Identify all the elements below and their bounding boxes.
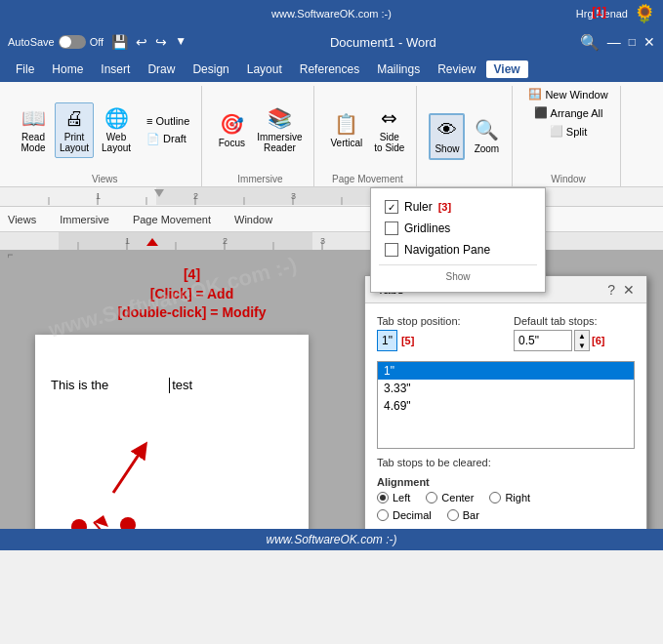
ribbon-group-page-movement: 📋 Vertical ⇔ Sideto Side Page Movement — [318, 86, 417, 186]
immersive-group-label: Immersive — [237, 174, 282, 186]
menu-home[interactable]: Home — [44, 60, 91, 78]
ribbon-group-views: 📖 ReadMode 🖨 PrintLayout 🌐 WebLayout ≡ O… — [8, 86, 202, 186]
tab-stop-input[interactable]: 1" — [377, 330, 397, 351]
side-to-side-label: Sideto Side — [374, 132, 404, 153]
nav-pane-checkbox-item[interactable]: Navigation Pane — [379, 239, 537, 261]
custom-icon[interactable]: ▼ — [175, 34, 186, 50]
new-window-icon: 🪟 — [528, 88, 542, 101]
split-btn[interactable]: ⬜ Split — [546, 123, 591, 140]
web-layout-btn[interactable]: 🌐 WebLayout — [98, 102, 135, 157]
mini-views[interactable]: Views — [8, 214, 36, 225]
arrange-all-icon: ⬛ — [534, 106, 548, 119]
list-item-1[interactable]: 1" — [378, 362, 634, 380]
print-layout-btn[interactable]: 🖨 PrintLayout — [55, 102, 94, 158]
menu-mailings[interactable]: Mailings — [369, 60, 428, 78]
nav-pane-checkbox[interactable] — [385, 243, 398, 257]
save-icon[interactable]: 💾 — [111, 34, 128, 50]
dialog-help-btn[interactable]: ? — [607, 282, 615, 298]
radio-center-circle — [426, 492, 437, 503]
close-btn[interactable]: ✕ — [643, 34, 655, 50]
mini-page-movement[interactable]: Page Movement — [133, 214, 211, 225]
draft-btn[interactable]: 📄 Draft — [143, 131, 193, 147]
menu-design[interactable]: Design — [185, 60, 236, 78]
print-layout-label: PrintLayout — [60, 132, 89, 153]
outline-btn[interactable]: ≡ Outline — [143, 113, 193, 129]
radio-right-label: Right — [505, 492, 530, 503]
vertical-btn[interactable]: 📋 Vertical — [326, 108, 366, 152]
show-btn[interactable]: 👁 Show — [429, 113, 465, 160]
clear-label: Tab stops to be cleared: — [377, 457, 635, 468]
arrow-up-svg — [104, 439, 162, 498]
top-ruler[interactable]: 1 2 3 4 — [0, 187, 663, 207]
redo-icon[interactable]: ↪ — [155, 34, 167, 50]
zoom-btn[interactable]: 🔍 Zoom — [469, 114, 504, 158]
read-mode-btn[interactable]: 📖 ReadMode — [16, 102, 51, 157]
title-bar-center: Document1 - Word — [186, 35, 580, 50]
gridlines-checkbox-item[interactable]: Gridlines — [379, 218, 537, 239]
dialog-close-btn[interactable]: ✕ — [623, 282, 635, 298]
autosave-toggle[interactable] — [59, 35, 86, 49]
focus-btn[interactable]: 🎯 Focus — [214, 108, 249, 152]
menu-view[interactable]: View — [486, 60, 528, 78]
default-tab-input[interactable] — [514, 330, 572, 351]
dropdown-separator — [379, 264, 537, 265]
vertical-label: Vertical — [330, 138, 362, 148]
outline-label: Outline — [155, 115, 189, 127]
spin-down-btn[interactable]: ▼ — [575, 341, 589, 350]
ruler-checkbox[interactable]: ✓ — [385, 200, 398, 214]
quick-access: 💾 ↩ ↪ ▼ — [111, 34, 186, 50]
gridlines-checkbox[interactable] — [385, 221, 398, 235]
annotation-1: [1] — [592, 5, 606, 19]
undo-icon[interactable]: ↩ — [136, 34, 147, 50]
vertical-icon: 📋 — [334, 112, 358, 136]
menu-review[interactable]: Review — [430, 60, 483, 78]
mini-immersive[interactable]: Immersive — [60, 214, 109, 225]
svg-text:1: 1 — [125, 236, 130, 246]
menu-references[interactable]: References — [292, 60, 367, 78]
radio-right[interactable]: Right — [489, 492, 530, 503]
arrange-all-btn[interactable]: ⬛ Arrange All — [530, 104, 607, 121]
window-group-label: Window — [551, 174, 586, 186]
zoom-label: Zoom — [475, 143, 500, 154]
maximize-btn[interactable]: □ — [629, 35, 636, 49]
radio-left[interactable]: Left — [377, 492, 410, 503]
show-label: Show — [435, 143, 459, 154]
list-item-2[interactable]: 3.33" — [378, 380, 634, 397]
tab-stop-value: 1" — [382, 334, 393, 347]
list-item-3[interactable]: 4.69" — [378, 397, 634, 415]
radio-bar[interactable]: Bar — [447, 509, 479, 521]
radio-decimal[interactable]: Decimal — [377, 509, 432, 521]
radio-center[interactable]: Center — [426, 492, 474, 503]
radio-decimal-label: Decimal — [393, 509, 432, 521]
alignment-radio-group-2: Decimal Bar — [377, 509, 635, 521]
doc-page-wrapper: www.SoftwareOK.com :-) [4] [Click] = Add… — [35, 265, 349, 529]
bottom-ruler-svg: 1 2 3 — [0, 232, 663, 250]
top-bar-url: www.SoftwareOK.com :-) — [0, 8, 663, 20]
status-bar-text: www.SoftwareOK.com :-) — [266, 533, 396, 546]
ruler-checkbox-item[interactable]: ✓ Ruler [3] — [379, 196, 537, 218]
mini-window[interactable]: Window — [234, 214, 272, 225]
immersive-reader-btn[interactable]: 📚 ImmersiveReader — [253, 102, 306, 157]
new-window-btn[interactable]: 🪟 New Window — [524, 86, 611, 102]
toggle-knob — [60, 36, 71, 48]
menu-draw[interactable]: Draw — [140, 60, 183, 78]
spin-up-btn[interactable]: ▲ — [575, 331, 589, 341]
menu-file[interactable]: File — [8, 60, 42, 78]
svg-text:2: 2 — [193, 191, 198, 201]
bottom-ruler[interactable]: 1 2 3 — [0, 232, 663, 250]
document-title: Document1 - Word — [330, 35, 436, 50]
menu-insert[interactable]: Insert — [93, 60, 138, 78]
clear-area: Tab stops to be cleared: — [377, 457, 635, 468]
show-zoom-buttons: 👁 Show 🔍 Zoom — [429, 86, 504, 186]
title-bar: AutoSave Off 💾 ↩ ↪ ▼ Document1 - Word 🔍 … — [0, 27, 663, 57]
minimize-btn[interactable]: — — [607, 34, 621, 50]
autosave-area: AutoSave Off — [8, 35, 104, 49]
radio-left-circle — [377, 492, 389, 503]
immersive-buttons: 🎯 Focus 📚 ImmersiveReader — [214, 86, 306, 174]
side-to-side-btn[interactable]: ⇔ Sideto Side — [370, 102, 408, 157]
menu-layout[interactable]: Layout — [239, 60, 290, 78]
search-icon[interactable]: 🔍 — [580, 33, 600, 52]
radio-bar-circle — [447, 509, 459, 521]
tab-stops-list[interactable]: 1" 3.33" 4.69" — [377, 361, 635, 449]
nav-pane-label: Navigation Pane — [404, 243, 490, 257]
